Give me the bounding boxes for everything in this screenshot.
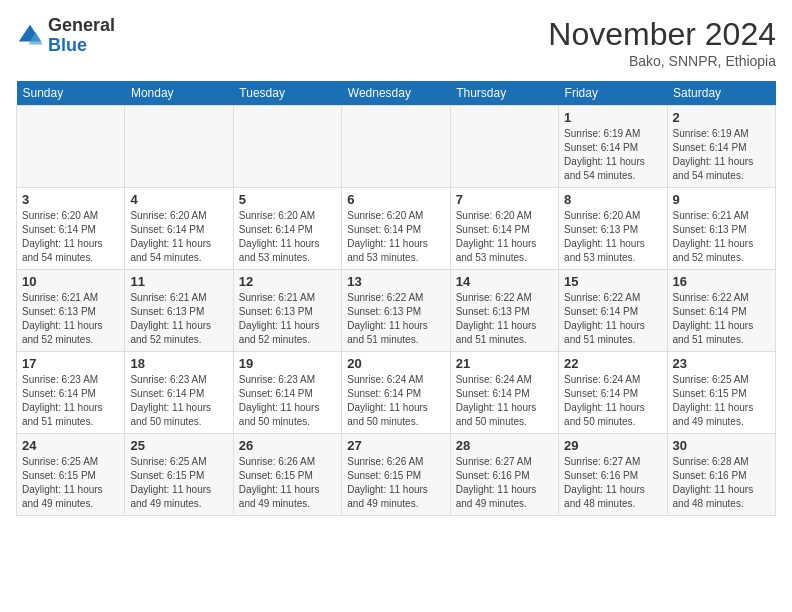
weekday-header: Saturday xyxy=(667,81,775,106)
calendar-cell: 6Sunrise: 6:20 AM Sunset: 6:14 PM Daylig… xyxy=(342,188,450,270)
day-info: Sunrise: 6:20 AM Sunset: 6:14 PM Dayligh… xyxy=(130,209,227,265)
day-number: 24 xyxy=(22,438,119,453)
weekday-header: Thursday xyxy=(450,81,558,106)
calendar-header-row: SundayMondayTuesdayWednesdayThursdayFrid… xyxy=(17,81,776,106)
calendar-cell xyxy=(450,106,558,188)
calendar-body: 1Sunrise: 6:19 AM Sunset: 6:14 PM Daylig… xyxy=(17,106,776,516)
day-number: 25 xyxy=(130,438,227,453)
location: Bako, SNNPR, Ethiopia xyxy=(548,53,776,69)
calendar-cell: 23Sunrise: 6:25 AM Sunset: 6:15 PM Dayli… xyxy=(667,352,775,434)
day-number: 22 xyxy=(564,356,661,371)
calendar-cell: 29Sunrise: 6:27 AM Sunset: 6:16 PM Dayli… xyxy=(559,434,667,516)
weekday-header: Wednesday xyxy=(342,81,450,106)
day-info: Sunrise: 6:20 AM Sunset: 6:14 PM Dayligh… xyxy=(456,209,553,265)
logo-text: General Blue xyxy=(48,16,115,56)
calendar-week-row: 17Sunrise: 6:23 AM Sunset: 6:14 PM Dayli… xyxy=(17,352,776,434)
day-info: Sunrise: 6:22 AM Sunset: 6:13 PM Dayligh… xyxy=(456,291,553,347)
day-number: 12 xyxy=(239,274,336,289)
calendar-week-row: 24Sunrise: 6:25 AM Sunset: 6:15 PM Dayli… xyxy=(17,434,776,516)
month-title: November 2024 xyxy=(548,16,776,53)
day-number: 3 xyxy=(22,192,119,207)
calendar-cell xyxy=(17,106,125,188)
day-number: 26 xyxy=(239,438,336,453)
day-info: Sunrise: 6:19 AM Sunset: 6:14 PM Dayligh… xyxy=(673,127,770,183)
day-info: Sunrise: 6:21 AM Sunset: 6:13 PM Dayligh… xyxy=(130,291,227,347)
page-header: General Blue November 2024 Bako, SNNPR, … xyxy=(16,16,776,69)
day-number: 30 xyxy=(673,438,770,453)
calendar-cell: 22Sunrise: 6:24 AM Sunset: 6:14 PM Dayli… xyxy=(559,352,667,434)
day-info: Sunrise: 6:22 AM Sunset: 6:13 PM Dayligh… xyxy=(347,291,444,347)
calendar-cell: 11Sunrise: 6:21 AM Sunset: 6:13 PM Dayli… xyxy=(125,270,233,352)
day-number: 27 xyxy=(347,438,444,453)
day-number: 8 xyxy=(564,192,661,207)
day-info: Sunrise: 6:20 AM Sunset: 6:14 PM Dayligh… xyxy=(239,209,336,265)
day-number: 10 xyxy=(22,274,119,289)
day-info: Sunrise: 6:22 AM Sunset: 6:14 PM Dayligh… xyxy=(673,291,770,347)
weekday-header: Sunday xyxy=(17,81,125,106)
day-info: Sunrise: 6:25 AM Sunset: 6:15 PM Dayligh… xyxy=(22,455,119,511)
day-info: Sunrise: 6:26 AM Sunset: 6:15 PM Dayligh… xyxy=(239,455,336,511)
day-number: 15 xyxy=(564,274,661,289)
day-number: 21 xyxy=(456,356,553,371)
calendar-week-row: 1Sunrise: 6:19 AM Sunset: 6:14 PM Daylig… xyxy=(17,106,776,188)
day-info: Sunrise: 6:21 AM Sunset: 6:13 PM Dayligh… xyxy=(239,291,336,347)
day-info: Sunrise: 6:25 AM Sunset: 6:15 PM Dayligh… xyxy=(130,455,227,511)
calendar-cell: 24Sunrise: 6:25 AM Sunset: 6:15 PM Dayli… xyxy=(17,434,125,516)
weekday-header: Friday xyxy=(559,81,667,106)
day-number: 9 xyxy=(673,192,770,207)
day-info: Sunrise: 6:22 AM Sunset: 6:14 PM Dayligh… xyxy=(564,291,661,347)
calendar-cell: 16Sunrise: 6:22 AM Sunset: 6:14 PM Dayli… xyxy=(667,270,775,352)
day-info: Sunrise: 6:23 AM Sunset: 6:14 PM Dayligh… xyxy=(130,373,227,429)
calendar-cell: 8Sunrise: 6:20 AM Sunset: 6:13 PM Daylig… xyxy=(559,188,667,270)
calendar-cell: 14Sunrise: 6:22 AM Sunset: 6:13 PM Dayli… xyxy=(450,270,558,352)
day-number: 20 xyxy=(347,356,444,371)
calendar-cell: 19Sunrise: 6:23 AM Sunset: 6:14 PM Dayli… xyxy=(233,352,341,434)
weekday-header: Tuesday xyxy=(233,81,341,106)
calendar-cell: 4Sunrise: 6:20 AM Sunset: 6:14 PM Daylig… xyxy=(125,188,233,270)
calendar-table: SundayMondayTuesdayWednesdayThursdayFrid… xyxy=(16,81,776,516)
day-number: 29 xyxy=(564,438,661,453)
calendar-cell: 15Sunrise: 6:22 AM Sunset: 6:14 PM Dayli… xyxy=(559,270,667,352)
calendar-cell xyxy=(125,106,233,188)
day-number: 7 xyxy=(456,192,553,207)
day-info: Sunrise: 6:23 AM Sunset: 6:14 PM Dayligh… xyxy=(239,373,336,429)
calendar-cell: 2Sunrise: 6:19 AM Sunset: 6:14 PM Daylig… xyxy=(667,106,775,188)
calendar-cell: 28Sunrise: 6:27 AM Sunset: 6:16 PM Dayli… xyxy=(450,434,558,516)
calendar-cell: 13Sunrise: 6:22 AM Sunset: 6:13 PM Dayli… xyxy=(342,270,450,352)
weekday-header: Monday xyxy=(125,81,233,106)
day-number: 13 xyxy=(347,274,444,289)
calendar-cell: 27Sunrise: 6:26 AM Sunset: 6:15 PM Dayli… xyxy=(342,434,450,516)
day-info: Sunrise: 6:21 AM Sunset: 6:13 PM Dayligh… xyxy=(22,291,119,347)
day-info: Sunrise: 6:20 AM Sunset: 6:14 PM Dayligh… xyxy=(22,209,119,265)
calendar-week-row: 3Sunrise: 6:20 AM Sunset: 6:14 PM Daylig… xyxy=(17,188,776,270)
calendar-cell: 12Sunrise: 6:21 AM Sunset: 6:13 PM Dayli… xyxy=(233,270,341,352)
day-info: Sunrise: 6:19 AM Sunset: 6:14 PM Dayligh… xyxy=(564,127,661,183)
calendar-cell: 7Sunrise: 6:20 AM Sunset: 6:14 PM Daylig… xyxy=(450,188,558,270)
day-info: Sunrise: 6:24 AM Sunset: 6:14 PM Dayligh… xyxy=(456,373,553,429)
day-number: 19 xyxy=(239,356,336,371)
day-info: Sunrise: 6:24 AM Sunset: 6:14 PM Dayligh… xyxy=(564,373,661,429)
day-number: 4 xyxy=(130,192,227,207)
day-number: 5 xyxy=(239,192,336,207)
day-info: Sunrise: 6:24 AM Sunset: 6:14 PM Dayligh… xyxy=(347,373,444,429)
day-info: Sunrise: 6:21 AM Sunset: 6:13 PM Dayligh… xyxy=(673,209,770,265)
day-info: Sunrise: 6:20 AM Sunset: 6:14 PM Dayligh… xyxy=(347,209,444,265)
calendar-cell: 5Sunrise: 6:20 AM Sunset: 6:14 PM Daylig… xyxy=(233,188,341,270)
calendar-cell: 17Sunrise: 6:23 AM Sunset: 6:14 PM Dayli… xyxy=(17,352,125,434)
calendar-cell: 3Sunrise: 6:20 AM Sunset: 6:14 PM Daylig… xyxy=(17,188,125,270)
day-info: Sunrise: 6:27 AM Sunset: 6:16 PM Dayligh… xyxy=(564,455,661,511)
day-number: 11 xyxy=(130,274,227,289)
calendar-cell: 26Sunrise: 6:26 AM Sunset: 6:15 PM Dayli… xyxy=(233,434,341,516)
calendar-cell: 25Sunrise: 6:25 AM Sunset: 6:15 PM Dayli… xyxy=(125,434,233,516)
day-info: Sunrise: 6:27 AM Sunset: 6:16 PM Dayligh… xyxy=(456,455,553,511)
calendar-cell: 10Sunrise: 6:21 AM Sunset: 6:13 PM Dayli… xyxy=(17,270,125,352)
title-block: November 2024 Bako, SNNPR, Ethiopia xyxy=(548,16,776,69)
calendar-cell xyxy=(233,106,341,188)
calendar-cell: 30Sunrise: 6:28 AM Sunset: 6:16 PM Dayli… xyxy=(667,434,775,516)
calendar-cell: 20Sunrise: 6:24 AM Sunset: 6:14 PM Dayli… xyxy=(342,352,450,434)
day-info: Sunrise: 6:23 AM Sunset: 6:14 PM Dayligh… xyxy=(22,373,119,429)
calendar-cell: 18Sunrise: 6:23 AM Sunset: 6:14 PM Dayli… xyxy=(125,352,233,434)
day-info: Sunrise: 6:25 AM Sunset: 6:15 PM Dayligh… xyxy=(673,373,770,429)
day-number: 23 xyxy=(673,356,770,371)
day-number: 18 xyxy=(130,356,227,371)
